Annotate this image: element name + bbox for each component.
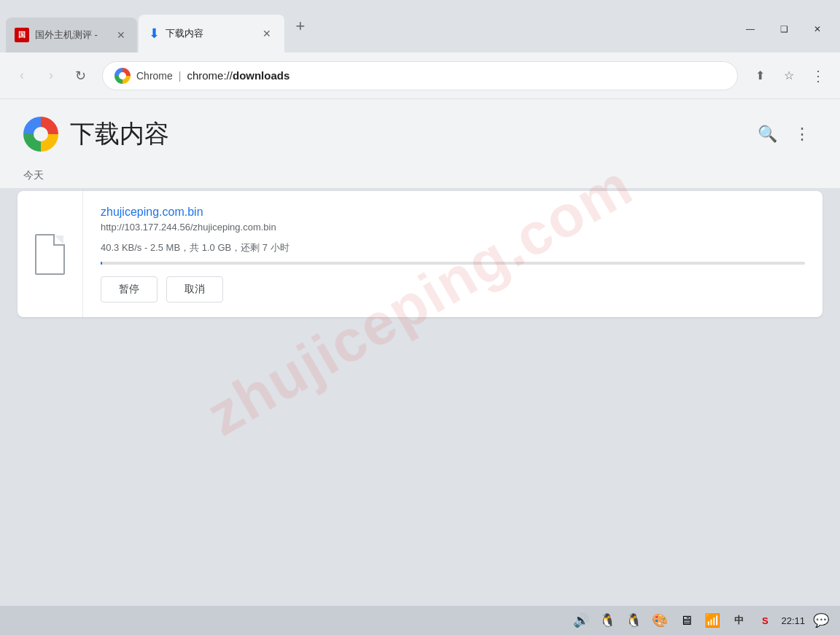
new-tab-button[interactable]: + xyxy=(287,13,314,39)
window-controls: — ❑ ✕ xyxy=(734,17,840,52)
menu-button[interactable]: ⋮ xyxy=(805,63,831,89)
address-text: chrome://downloads xyxy=(187,69,726,82)
back-button[interactable]: ‹ xyxy=(9,63,35,89)
download-url: http://103.177.244.56/zhujiceping.com.bi… xyxy=(101,222,805,233)
tab-inactive[interactable]: 国 国外主机测评 - ✕ xyxy=(6,17,137,52)
wifi-icon[interactable]: 📶 xyxy=(702,610,723,631)
header-actions: 🔍 ⋮ xyxy=(752,120,817,149)
chrome-logo xyxy=(23,117,58,152)
address-divider: | xyxy=(179,70,182,82)
address-bar[interactable]: Chrome | chrome://downloads xyxy=(102,61,738,90)
share-button[interactable]: ⬆ xyxy=(747,63,773,89)
download-actions: 暂停 取消 xyxy=(101,276,805,303)
page-container: zhujiceping.com 下载内容 🔍 ⋮ 今天 zhujiceping.… xyxy=(0,99,840,317)
clock: 22:11 xyxy=(781,615,805,626)
file-icon-area xyxy=(18,191,83,317)
display-icon[interactable]: 🖥 xyxy=(676,610,696,631)
search-button[interactable]: 🔍 xyxy=(752,120,782,149)
bookmark-button[interactable]: ☆ xyxy=(776,63,802,89)
penguin-icon-2[interactable]: 🐧 xyxy=(623,610,644,631)
tab-active-close[interactable]: ✕ xyxy=(260,26,274,41)
file-icon xyxy=(35,234,65,275)
tab-inactive-title: 国外主机测评 - xyxy=(35,28,108,42)
maximize-button[interactable]: ❑ xyxy=(767,17,801,41)
notifications-icon[interactable]: 💬 xyxy=(811,610,831,631)
cancel-button[interactable]: 取消 xyxy=(166,276,223,303)
section-today: 今天 xyxy=(0,163,840,188)
progress-bar-fill xyxy=(101,262,102,265)
taskbar: 🔊 🐧 🐧 🎨 🖥 📶 中 S 22:11 💬 xyxy=(0,606,840,635)
close-button[interactable]: ✕ xyxy=(801,17,834,41)
download-filename[interactable]: zhujiceping.com.bin xyxy=(101,206,805,219)
downloads-header: 下载内容 🔍 ⋮ xyxy=(0,99,840,163)
favicon-inactive: 国 xyxy=(15,28,29,42)
chrome-label: Chrome xyxy=(136,70,173,82)
download-progress-text: 40.3 KB/s - 2.5 MB，共 1.0 GB，还剩 7 小时 xyxy=(101,241,805,254)
forward-button[interactable]: › xyxy=(38,63,64,89)
progress-bar-container xyxy=(101,262,805,265)
zh-icon[interactable]: 中 xyxy=(728,610,749,631)
titlebar: 国 国外主机测评 - ✕ ⬇ 下载内容 ✕ + — ❑ ✕ xyxy=(0,0,840,52)
download-item: zhujiceping.com.bin http://103.177.244.5… xyxy=(18,191,822,317)
penguin-icon-1[interactable]: 🐧 xyxy=(597,610,618,631)
minimize-button[interactable]: — xyxy=(734,17,767,41)
tab-active[interactable]: ⬇ 下载内容 ✕ xyxy=(139,15,284,52)
tab-inactive-close[interactable]: ✕ xyxy=(114,28,128,42)
volume-icon[interactable]: 🔊 xyxy=(571,610,591,631)
palette-icon[interactable]: 🎨 xyxy=(650,610,670,631)
page-title: 下载内容 xyxy=(70,117,169,151)
address-bold: downloads xyxy=(233,69,289,82)
reload-button[interactable]: ↻ xyxy=(67,63,93,89)
pause-button[interactable]: 暂停 xyxy=(101,276,158,303)
download-info: zhujiceping.com.bin http://103.177.244.5… xyxy=(83,191,822,317)
sogou-icon[interactable]: S xyxy=(755,610,775,631)
download-tab-icon: ⬇ xyxy=(149,26,160,42)
more-options-button[interactable]: ⋮ xyxy=(788,120,817,149)
navbar: ‹ › ↻ Chrome | chrome://downloads ⬆ ☆ ⋮ xyxy=(0,52,840,99)
tab-active-title: 下载内容 xyxy=(166,27,254,40)
chrome-security-icon xyxy=(114,68,131,84)
